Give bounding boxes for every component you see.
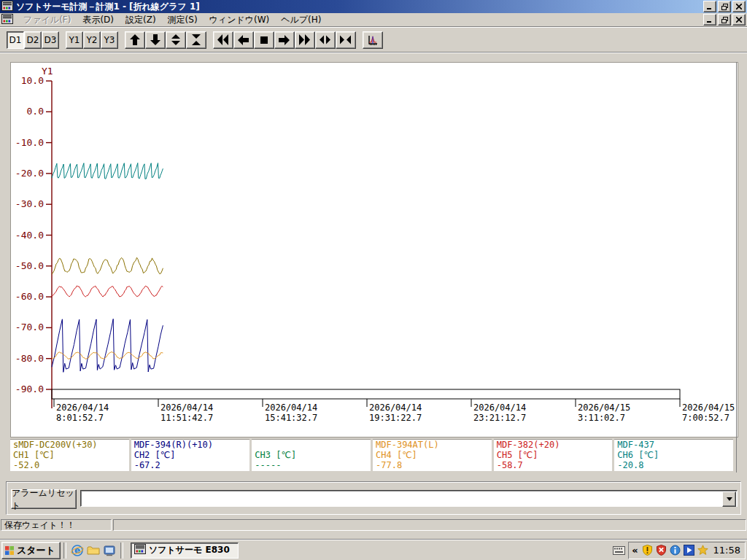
line-chart[interactable]: Y110.00.0-10.0-20.0-30.0-40.0-50.0-60.0-… <box>10 62 738 438</box>
combo-dropdown-button[interactable] <box>722 491 736 507</box>
app-icon <box>134 543 146 557</box>
svg-text:23:21:12.7: 23:21:12.7 <box>473 413 526 423</box>
svg-text:e: e <box>74 545 80 556</box>
menu-item: ファイル(F) <box>18 13 77 26</box>
legend-channel[interactable]: MDF-437CH6 [℃]-20.8 <box>614 439 733 471</box>
legend-channel[interactable]: MDF-394(R)(+10)CH2 [℃]-67.2 <box>131 439 250 471</box>
windows-logo-icon <box>4 545 15 556</box>
shield-warning-icon[interactable] <box>642 545 653 556</box>
toolbar-expand-vertical-icon[interactable] <box>166 31 186 49</box>
svg-text:0.0: 0.0 <box>27 106 44 117</box>
star-icon[interactable] <box>697 545 708 556</box>
taskbar-task-button[interactable]: ソフトサーモ E830 <box>131 542 239 559</box>
toolbar-button-d2[interactable]: D2 <box>24 31 42 49</box>
svg-text:10.0: 10.0 <box>21 75 44 86</box>
toolbar-double-left-icon[interactable] <box>213 31 233 49</box>
minimize-button[interactable] <box>703 1 716 12</box>
system-tray: « 11:58 <box>628 542 746 559</box>
toolbar-collapse-horizontal-icon[interactable] <box>336 31 356 49</box>
toolbar-button-d3[interactable]: D3 <box>42 31 59 49</box>
svg-text:8:01:52.7: 8:01:52.7 <box>56 413 104 423</box>
svg-text:-70.0: -70.0 <box>15 322 44 332</box>
toolbar-button-y1[interactable]: Y1 <box>66 31 83 49</box>
svg-text:-90.0: -90.0 <box>15 384 44 394</box>
child-restore-button[interactable] <box>718 14 731 26</box>
svg-text:15:41:32.7: 15:41:32.7 <box>265 413 317 423</box>
client-edge-divider <box>736 62 737 472</box>
toolbar-button-d1[interactable]: D1 <box>7 31 24 49</box>
toolbar: D1D2D3Y1Y2Y3 <box>0 28 747 52</box>
app-icon <box>1 0 13 14</box>
svg-text:-30.0: -30.0 <box>15 198 44 209</box>
svg-text:11:51:42.7: 11:51:42.7 <box>160 413 213 423</box>
toolbar-arrow-right-icon[interactable] <box>274 31 295 49</box>
menu-item[interactable]: 設定(Z) <box>120 13 162 26</box>
menu-item[interactable]: ヘルプ(H) <box>275 13 327 26</box>
svg-text:2026/04/14: 2026/04/14 <box>56 402 109 413</box>
taskbar-separator <box>120 542 123 559</box>
show-desktop-icon[interactable] <box>102 543 117 558</box>
svg-text:-20.0: -20.0 <box>15 168 44 179</box>
svg-text:2026/04/15: 2026/04/15 <box>578 402 630 413</box>
toolbar-expand-horizontal-icon[interactable] <box>315 31 336 49</box>
svg-text:19:31:22.7: 19:31:22.7 <box>369 413 422 423</box>
legend-channel[interactable]: MDF-382(+20)CH5 [℃]-58.7 <box>494 439 613 471</box>
series-ch2 <box>52 319 163 372</box>
toolbar-arrow-up-icon[interactable] <box>125 31 145 49</box>
alarm-reset-button[interactable]: アラームリセット <box>11 489 77 509</box>
child-minimize-button[interactable] <box>703 14 716 26</box>
toolbar-graph-icon[interactable] <box>363 31 383 49</box>
svg-text:-80.0: -80.0 <box>15 353 44 364</box>
chevron-down-icon <box>727 497 732 501</box>
svg-text:2026/04/14: 2026/04/14 <box>160 402 213 413</box>
mdi-child-icon[interactable] <box>1 13 13 27</box>
language-keyboard-icon[interactable] <box>613 546 625 555</box>
toolbar-arrow-left-icon[interactable] <box>233 31 254 49</box>
start-button[interactable]: スタート <box>1 542 61 559</box>
status-extra <box>113 519 746 531</box>
menu-bar: ファイル(F)表示(D)設定(Z)測定(S)ウィンドウ(W)ヘルプ(H) <box>0 13 747 27</box>
series-ch6 <box>52 163 163 179</box>
toolbar-double-right-icon[interactable] <box>295 31 315 49</box>
svg-text:-10.0: -10.0 <box>15 137 44 148</box>
series-ch1 <box>52 257 163 274</box>
svg-text:2026/04/14: 2026/04/14 <box>265 402 317 413</box>
alarm-combobox[interactable] <box>80 490 738 507</box>
title-bar: ソフトサーモ計測－計測1 - [折れ線グラフ 1] <box>0 0 747 13</box>
legend-channel[interactable]: sMDF-DC200V(+30)CH1 [℃]-52.0 <box>10 439 129 471</box>
series-ch5 <box>52 286 163 297</box>
start-button-label: スタート <box>17 544 55 557</box>
toolbar-button-y2[interactable]: Y2 <box>83 31 101 49</box>
svg-text:-60.0: -60.0 <box>15 291 44 302</box>
svg-text:2026/04/15: 2026/04/15 <box>682 402 735 413</box>
internet-explorer-icon[interactable]: e <box>70 543 85 558</box>
close-icon[interactable] <box>732 1 746 12</box>
toolbar-collapse-vertical-icon[interactable] <box>186 31 206 49</box>
restore-button[interactable] <box>718 1 731 12</box>
series-ch4 <box>52 352 163 359</box>
svg-text:2026/04/14: 2026/04/14 <box>473 402 526 413</box>
legend-channel[interactable]: CH3 [℃]----- <box>252 439 371 471</box>
svg-text:7:00:52.7: 7:00:52.7 <box>682 413 729 423</box>
toolbar-button-y3[interactable]: Y3 <box>101 31 118 49</box>
menu-item[interactable]: ウィンドウ(W) <box>204 13 276 26</box>
child-close-icon[interactable] <box>732 14 746 26</box>
task-button-label: ソフトサーモ E830 <box>149 544 230 556</box>
application-window: ソフトサーモ計測－計測1 - [折れ線グラフ 1] ファイル(F)表示(D)設定… <box>0 0 747 560</box>
taskbar-separator <box>63 542 66 559</box>
toolbar-arrow-down-icon[interactable] <box>145 31 166 49</box>
alarm-panel: アラームリセット <box>6 481 741 515</box>
info-icon[interactable] <box>670 545 681 556</box>
menu-item[interactable]: 測定(S) <box>162 13 204 26</box>
media-play-icon[interactable] <box>684 545 694 556</box>
shield-error-icon[interactable] <box>656 545 667 556</box>
tray-expand-chevron[interactable]: « <box>632 545 638 556</box>
legend-channel[interactable]: MDF-394AT(L)CH4 [℃]-77.8 <box>373 439 492 471</box>
folder-icon[interactable] <box>86 543 101 558</box>
status-message: 保存ウェイト！！ <box>1 519 112 531</box>
window-title: ソフトサーモ計測－計測1 - [折れ線グラフ 1] <box>16 1 703 13</box>
menu-item[interactable]: 表示(D) <box>77 13 120 26</box>
toolbar-stop-square-icon[interactable] <box>254 31 274 49</box>
taskbar: スタート e ソフトサーモ E830 « 11:58 <box>0 540 747 560</box>
status-bar: 保存ウェイト！！ <box>0 519 747 531</box>
